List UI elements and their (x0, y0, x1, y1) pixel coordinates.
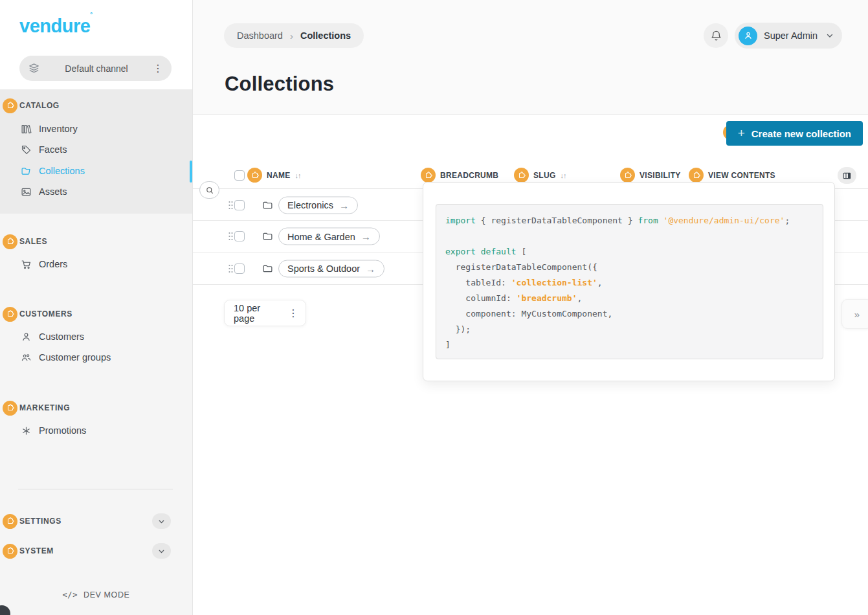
sidebar-item-inventory[interactable]: Inventory (0, 120, 192, 138)
dev-mode-toggle[interactable]: </> DEV MODE (0, 586, 192, 604)
section-label: CATALOG (19, 101, 60, 110)
folder-icon (21, 166, 32, 177)
sidebar-item-label: Customer groups (39, 352, 111, 363)
settings-collapse-button[interactable] (152, 513, 171, 529)
sort-icon[interactable]: ↓↑ (561, 172, 566, 179)
folder-icon (262, 199, 273, 210)
per-page-label: 10 per page (234, 303, 282, 324)
search-icon (205, 186, 214, 195)
drag-handle[interactable] (228, 264, 233, 273)
sidebar-item-orders[interactable]: Orders (0, 255, 192, 273)
channel-label: Default channel (40, 63, 153, 74)
row-checkbox[interactable] (234, 200, 245, 210)
extension-badge-icon[interactable] (620, 168, 635, 183)
extension-badge-icon[interactable] (3, 307, 17, 322)
sidebar-item-facets[interactable]: Facets (0, 140, 192, 159)
sidebar: vendure˚ Default channel ⋮ CATALOG Inven… (0, 0, 193, 615)
app-logo: vendure˚ (19, 16, 93, 37)
sidebar-item-customer-groups[interactable]: Customer groups (0, 348, 192, 366)
section-catalog: CATALOG (0, 96, 192, 115)
user-icon (743, 30, 753, 41)
extension-badge-icon[interactable] (421, 168, 436, 183)
layers-icon (28, 62, 40, 74)
folder-icon (262, 263, 273, 274)
kebab-menu-icon: ⋮ (288, 308, 298, 319)
column-label: NAME (267, 171, 291, 180)
section-customers: CUSTOMERS (0, 305, 192, 323)
tag-icon (21, 144, 32, 155)
collection-name: Sports & Outdoor (287, 263, 360, 274)
extension-badge-icon[interactable] (514, 168, 529, 183)
sidebar-item-customers[interactable]: Customers (0, 328, 192, 346)
user-name: Super Admin (764, 30, 819, 41)
system-collapse-button[interactable] (152, 543, 171, 559)
collection-name: Electronics (287, 200, 333, 210)
section-sales: SALES (0, 232, 192, 251)
select-all-checkbox[interactable] (234, 170, 245, 181)
column-header-name[interactable]: NAME ↓↑ (234, 165, 301, 185)
collection-name: Home & Garden (287, 231, 355, 241)
arrow-right-icon: → (366, 263, 375, 274)
column-label: VISIBILITY (640, 171, 681, 180)
notifications-button[interactable] (704, 23, 728, 48)
section-label: CUSTOMERS (19, 309, 72, 319)
sort-icon[interactable]: ↓↑ (295, 172, 301, 179)
extension-badge-icon[interactable] (689, 168, 704, 183)
double-chevron-icon: » (854, 309, 860, 320)
extension-badge-icon[interactable] (3, 544, 17, 559)
column-picker-button[interactable] (838, 167, 856, 184)
sidebar-item-label: Promotions (39, 425, 86, 436)
plus-icon: + (738, 126, 745, 140)
chevron-down-icon (157, 517, 166, 526)
section-label: SETTINGS (19, 517, 61, 526)
row-checkbox[interactable] (234, 231, 245, 241)
drag-handle[interactable] (228, 201, 233, 209)
breadcrumb-collections[interactable]: Collections (300, 30, 351, 41)
page-title: Collections (225, 73, 334, 96)
extension-badge-icon[interactable] (247, 168, 262, 183)
sidebar-item-label: Customers (39, 331, 84, 342)
items-per-page-select[interactable]: 10 per page ⋮ (224, 300, 306, 326)
search-expand-button[interactable] (199, 181, 219, 199)
asterisk-icon (21, 425, 32, 436)
breadcrumb-dashboard[interactable]: Dashboard (237, 30, 283, 41)
code-brackets-icon: </> (63, 590, 78, 599)
user-icon (21, 331, 32, 342)
sidebar-item-collections[interactable]: Collections (0, 162, 192, 180)
channel-selector[interactable]: Default channel ⋮ (19, 56, 172, 81)
image-icon (21, 186, 32, 197)
collection-link[interactable]: Sports & Outdoor → (278, 260, 384, 277)
extension-badge-icon[interactable] (3, 514, 17, 529)
create-new-collection-button[interactable]: + Create new collection (726, 121, 863, 146)
sidebar-item-label: Facets (39, 144, 67, 155)
extension-badge-icon[interactable] (3, 98, 17, 113)
column-label: BREADCRUMB (440, 171, 498, 180)
create-button-label: Create new collection (751, 128, 851, 139)
channel-menu-icon[interactable]: ⋮ (153, 63, 163, 74)
main-content: Dashboard › Collections Super Admin Coll… (193, 0, 868, 615)
chevron-down-icon (825, 31, 834, 40)
extension-badge-icon[interactable] (3, 401, 17, 416)
expand-panel-button[interactable]: » (841, 299, 868, 329)
sidebar-item-label: Collections (39, 166, 85, 176)
sidebar-item-assets[interactable]: Assets (0, 183, 192, 201)
drag-handle[interactable] (228, 232, 233, 241)
arrow-right-icon: → (339, 199, 349, 210)
avatar (739, 27, 757, 45)
collection-link[interactable]: Home & Garden → (278, 228, 380, 245)
chevron-down-icon (157, 547, 166, 555)
inventory-icon (21, 124, 32, 135)
dev-mode-label: DEV MODE (83, 590, 129, 599)
sidebar-item-promotions[interactable]: Promotions (0, 421, 192, 440)
extension-badge-icon[interactable] (3, 234, 17, 249)
row-checkbox[interactable] (234, 263, 245, 274)
user-menu[interactable]: Super Admin (735, 23, 842, 49)
page-header-band: Dashboard › Collections Super Admin Coll… (193, 0, 868, 115)
sidebar-item-label: Orders (39, 259, 67, 269)
arrow-right-icon: → (361, 231, 371, 242)
breadcrumb: Dashboard › Collections (224, 23, 364, 48)
logo-mark: ˚ (90, 11, 93, 21)
collection-link[interactable]: Electronics → (278, 196, 358, 214)
bell-icon (710, 30, 722, 42)
sidebar-nav: CATALOG Inventory Facets Collections Ass… (0, 89, 192, 615)
